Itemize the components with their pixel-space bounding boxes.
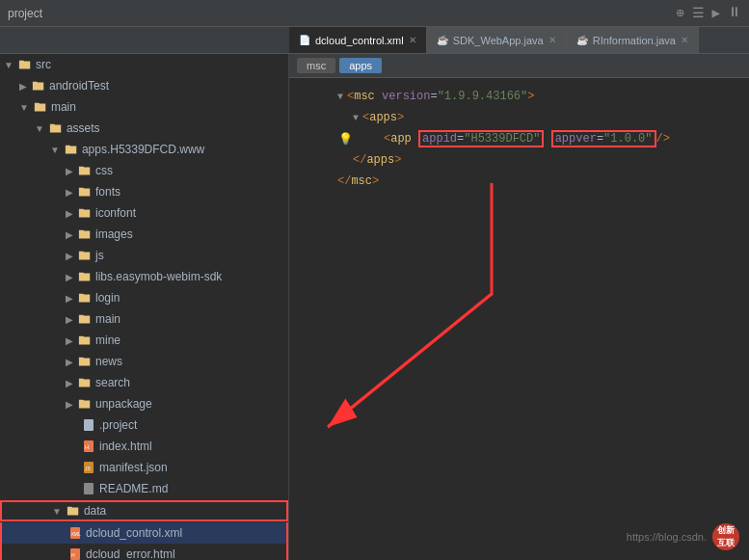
file-icon-dcloud-error: H xyxy=(67,547,83,560)
tag-close-msc: msc xyxy=(351,174,372,188)
fold-search[interactable]: ▶ xyxy=(66,378,73,388)
tag-app: app xyxy=(390,132,412,146)
java-file-icon: ☕ xyxy=(576,35,588,45)
tab-sdk-webapp-java[interactable]: ☕ SDK_WebApp.java ✕ xyxy=(427,27,567,53)
fold-main-inner[interactable]: ▶ xyxy=(66,314,73,325)
sidebar-item-libs[interactable]: ▶ libs.easymob-webim-sdk xyxy=(0,266,288,287)
fold-css[interactable]: ▶ xyxy=(66,166,73,176)
settings-icon[interactable]: ⊕ xyxy=(676,5,683,21)
space-2 xyxy=(412,132,418,146)
label-main-inner: main xyxy=(95,312,120,326)
sidebar-item-search[interactable]: ▶ search xyxy=(0,372,288,393)
fold-fonts[interactable]: ▶ xyxy=(66,187,73,198)
tag-close-apps: apps xyxy=(366,153,394,167)
fold-unpackage[interactable]: ▶ xyxy=(66,399,73,410)
fold-main[interactable]: ▼ xyxy=(19,102,29,113)
folder-icon xyxy=(77,290,93,306)
sidebar-item-news[interactable]: ▶ news xyxy=(0,351,288,372)
fold-src[interactable]: ▼ xyxy=(4,60,13,70)
eq2: = xyxy=(597,132,603,146)
attr-appid: app xyxy=(422,132,443,146)
fold-news[interactable]: ▶ xyxy=(66,357,73,367)
fold-images[interactable]: ▶ xyxy=(66,229,73,240)
file-icon-json: JS xyxy=(81,460,96,475)
sidebar-item-iconfont[interactable]: ▶ iconfont xyxy=(0,202,288,224)
mini-tab-apps[interactable]: apps xyxy=(339,58,382,73)
line-content-5: </ msc > xyxy=(337,174,379,188)
fold-msc[interactable]: ▼ xyxy=(337,92,343,102)
tag-msc: msc xyxy=(354,90,375,103)
fold-apps[interactable]: ▼ xyxy=(50,145,60,155)
fold-login[interactable]: ▶ xyxy=(66,293,73,304)
label-news: news xyxy=(95,355,122,368)
sidebar-item-main-inner[interactable]: ▶ main xyxy=(0,308,288,330)
fold-js[interactable]: ▶ xyxy=(66,251,73,261)
label-assets: assets xyxy=(67,121,100,135)
sidebar-item-dcloud-error-html[interactable]: H dcloud_error.html xyxy=(0,544,288,560)
fold-data[interactable]: ▼ xyxy=(52,506,62,517)
close-tab-icon[interactable]: ✕ xyxy=(409,35,416,45)
folder-icon xyxy=(77,333,93,348)
pause-icon[interactable]: ⏸ xyxy=(728,5,741,21)
sidebar-item-manifest-json[interactable]: JS manifest.json xyxy=(0,457,288,478)
bracket-gt2: > xyxy=(372,174,379,188)
sidebar-item-js[interactable]: ▶ js xyxy=(0,245,288,266)
tag-apps: apps xyxy=(369,111,397,124)
bulb-icon: 💡 xyxy=(337,131,353,147)
sidebar-item-mine[interactable]: ▶ mine xyxy=(0,330,288,351)
equals: = xyxy=(430,90,437,103)
label-apps-folder: apps.H5339DFCD.www xyxy=(82,143,204,156)
tab-dcloud-control-xml[interactable]: 📄 dcloud_control.xml ✕ xyxy=(289,27,427,53)
sidebar-item-readme-md[interactable]: README.md xyxy=(0,478,288,499)
svg-text:H: H xyxy=(71,552,75,558)
run-icon[interactable]: ▶ xyxy=(712,5,720,21)
fold-androidtest[interactable]: ▶ xyxy=(19,81,27,92)
window-title: project xyxy=(8,7,42,20)
fold-assets[interactable]: ▼ xyxy=(35,123,44,134)
folder-icon xyxy=(64,142,79,157)
folder-icon xyxy=(77,163,93,178)
attr-appver: appver xyxy=(555,132,597,146)
sidebar-item-project-file[interactable]: .project xyxy=(0,414,288,436)
code-line-4: </ apps > xyxy=(289,149,749,171)
sidebar-item-images[interactable]: ▶ images xyxy=(0,224,288,245)
close-tab-icon[interactable]: ✕ xyxy=(548,35,556,45)
editor-mini-tabs: msc apps xyxy=(289,54,749,78)
watermark-url: https://blog.csdn. xyxy=(627,531,707,543)
label-dcloud-control-xml: dcloud_control.xml xyxy=(86,526,182,540)
label-images: images xyxy=(95,227,133,241)
sidebar-item-src[interactable]: ▼ src xyxy=(0,54,288,75)
bracket-close-msc: </ xyxy=(337,174,351,188)
sidebar-item-fonts[interactable]: ▶ fonts xyxy=(0,181,288,202)
close-tab-icon[interactable]: ✕ xyxy=(681,35,688,45)
sidebar-item-unpackage[interactable]: ▶ unpackage xyxy=(0,393,288,414)
svg-text:XML: XML xyxy=(71,531,82,537)
bracket-gt: > xyxy=(394,153,401,167)
folder-icon xyxy=(33,99,48,115)
line-content-3: 💡 < app appid="H5339DFCD" appver="1.0.0"… xyxy=(337,130,670,147)
sidebar-item-assets[interactable]: ▼ assets xyxy=(0,118,288,139)
sidebar-item-index-html[interactable]: H index.html xyxy=(0,436,288,457)
folder-icon xyxy=(48,120,64,136)
fold-libs[interactable]: ▶ xyxy=(66,272,73,282)
tab-rinformation-java[interactable]: ☕ RInformation.java ✕ xyxy=(567,27,699,53)
sidebar-item-main[interactable]: ▼ main xyxy=(0,96,288,118)
sidebar-item-dcloud-control-xml[interactable]: XML dcloud_control.xml xyxy=(0,522,288,544)
fold-apps-tag[interactable]: ▼ xyxy=(353,113,359,123)
file-icon-dcloud-xml: XML xyxy=(67,525,83,541)
attr-id: id xyxy=(443,132,457,146)
sidebar-item-androidtest[interactable]: ▶ androidTest xyxy=(0,75,288,96)
sidebar-item-data-folder[interactable]: ▼ data xyxy=(0,500,288,521)
sidebar-item-login[interactable]: ▶ login xyxy=(0,287,288,308)
label-manifest-json: manifest.json xyxy=(99,461,168,474)
code-line-3: 💡 < app appid="H5339DFCD" appver="1.0.0"… xyxy=(289,128,749,149)
mini-tab-msc[interactable]: msc xyxy=(297,58,335,73)
fold-mine[interactable]: ▶ xyxy=(66,335,73,346)
fold-iconfont[interactable]: ▶ xyxy=(66,208,73,219)
sidebar-item-apps-folder[interactable]: ▼ apps.H5339DFCD.www xyxy=(0,139,288,160)
sidebar-item-css[interactable]: ▶ css xyxy=(0,160,288,181)
folder-icon xyxy=(77,248,93,263)
label-index-html: index.html xyxy=(99,440,152,453)
label-dcloud-error-html: dcloud_error.html xyxy=(86,547,175,560)
menu-icon[interactable]: ☰ xyxy=(692,5,705,21)
